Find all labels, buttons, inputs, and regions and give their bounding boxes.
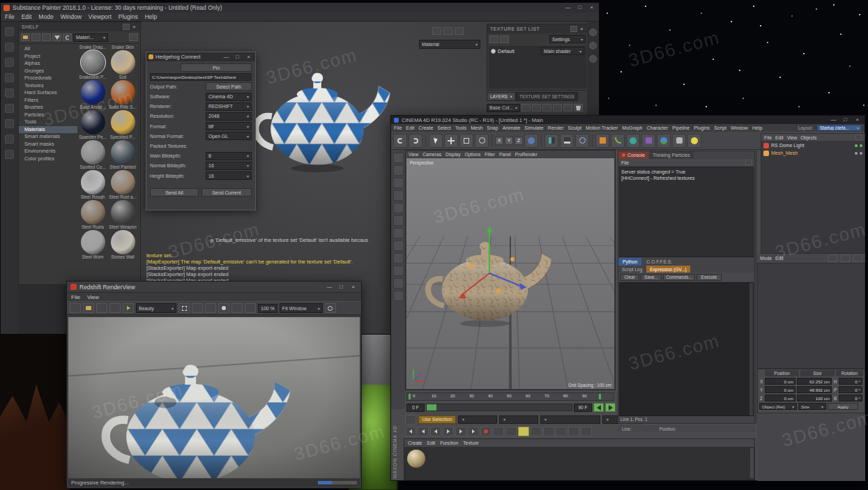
end-frame-field[interactable]: 90 F bbox=[574, 404, 592, 412]
menu-panel[interactable]: Panel bbox=[499, 152, 511, 157]
move-tool-icon[interactable] bbox=[444, 134, 458, 148]
menu-edit[interactable]: Edit bbox=[22, 13, 32, 20]
menu-options[interactable]: Options bbox=[465, 152, 481, 157]
material-item[interactable]: Spotted Co... bbox=[79, 140, 107, 169]
menu-objects[interactable]: Objects bbox=[800, 135, 816, 140]
previous-frame-icon[interactable] bbox=[430, 427, 441, 436]
material-item[interactable]: Steel Weapon bbox=[109, 200, 137, 229]
viewport-solo-icon[interactable] bbox=[393, 253, 404, 263]
coordinate-system-icon[interactable] bbox=[524, 134, 538, 148]
keyframe-selection-icon[interactable] bbox=[505, 427, 517, 436]
eraser-tool-icon[interactable] bbox=[5, 43, 14, 52]
minimize-icon[interactable]: — bbox=[829, 116, 838, 123]
attribute-manager-panel[interactable] bbox=[757, 263, 865, 369]
enable-snap-icon[interactable] bbox=[393, 266, 404, 276]
export-path-field[interactable]: C:\Users\argos\Desktop\test\SP Test\dd\t… bbox=[150, 73, 252, 81]
material-item[interactable]: Speckled P... bbox=[109, 110, 137, 139]
camera-icon[interactable] bbox=[672, 134, 686, 148]
menu-mesh[interactable]: Mesh bbox=[471, 125, 482, 130]
current-frame-handle[interactable] bbox=[427, 404, 436, 411]
shelf-preset-dropdown[interactable]: Materi... bbox=[73, 33, 108, 42]
menu-edit[interactable]: Edit bbox=[406, 125, 414, 130]
go-to-end-icon[interactable] bbox=[468, 427, 479, 436]
viewport-material-mode-dropdown[interactable]: Material bbox=[419, 40, 480, 49]
clone-tool-icon[interactable] bbox=[5, 104, 14, 113]
close-icon[interactable]: × bbox=[853, 116, 862, 123]
record-key-icon[interactable] bbox=[480, 427, 492, 436]
start-ipr-icon[interactable] bbox=[123, 303, 134, 313]
play-forward-button[interactable] bbox=[605, 403, 616, 412]
material-item[interactable]: Snake Skin bbox=[109, 45, 137, 49]
enable-axis-icon[interactable] bbox=[393, 240, 404, 251]
isolate-channel-icon[interactable] bbox=[245, 303, 256, 313]
record-position-icon[interactable] bbox=[531, 427, 542, 436]
render-settings-icon[interactable] bbox=[575, 134, 589, 148]
material-item[interactable]: Solid Anodi... bbox=[79, 80, 107, 109]
shelf-header[interactable]: SHELF × bbox=[19, 22, 140, 31]
use-selection-button[interactable]: Use Selection bbox=[418, 415, 456, 424]
cinema4d-titlebar[interactable]: CINEMA 4D R19.024 Studio (RC - R19) - [U… bbox=[391, 116, 865, 124]
material-item[interactable]: Spandex Pe... bbox=[79, 110, 107, 139]
record-pla-icon[interactable] bbox=[581, 427, 592, 436]
layout-dropdown[interactable]: Startup (defa... bbox=[817, 125, 862, 131]
editor-scrollbar[interactable] bbox=[749, 283, 753, 415]
menu-filter[interactable]: Filter bbox=[485, 152, 495, 157]
render-picture-viewer-icon[interactable] bbox=[560, 134, 574, 148]
close-panel-icon[interactable]: × bbox=[579, 26, 585, 33]
minimize-icon[interactable]: — bbox=[563, 4, 572, 11]
menu-plugins[interactable]: Plugins bbox=[694, 125, 710, 130]
menu-animate[interactable]: Animate bbox=[503, 125, 521, 130]
shelf-category[interactable]: Brushes bbox=[19, 104, 77, 112]
resources-tool-icon[interactable] bbox=[5, 150, 14, 159]
tab-python[interactable]: Python bbox=[618, 258, 641, 266]
resolution-dropdown[interactable]: 2048 bbox=[206, 112, 252, 121]
height-bitdepth-dropdown[interactable]: 16 bbox=[206, 171, 252, 180]
viewport-shading-icon[interactable] bbox=[432, 27, 441, 35]
z-axis-lock-icon[interactable]: Z bbox=[515, 137, 523, 145]
record-rotation-icon[interactable] bbox=[556, 427, 567, 436]
menu-prorender[interactable]: ProRender bbox=[515, 152, 538, 157]
record-scale-icon[interactable] bbox=[543, 427, 554, 436]
material-list-area[interactable] bbox=[404, 447, 754, 480]
smudge-tool-icon[interactable] bbox=[5, 89, 14, 98]
texture-set-list-header[interactable]: TEXTURE SET LIST × bbox=[487, 24, 588, 33]
menu-sculpt[interactable]: Sculpt bbox=[568, 125, 581, 130]
timeline-option-dropdown[interactable] bbox=[499, 415, 538, 424]
menu-snap[interactable]: Snap bbox=[487, 125, 498, 130]
maximize-icon[interactable]: □ bbox=[233, 54, 242, 61]
execute-button[interactable]: Execute bbox=[696, 274, 722, 281]
history-back-icon[interactable] bbox=[828, 254, 837, 262]
add-folder-icon[interactable] bbox=[31, 33, 40, 41]
shader-dropdown[interactable]: Main shader bbox=[541, 47, 584, 55]
close-icon[interactable]: × bbox=[587, 4, 596, 11]
position-z-field[interactable]: 0 cm bbox=[765, 395, 795, 401]
polygon-fill-tool-icon[interactable] bbox=[5, 73, 14, 82]
save-image-icon[interactable] bbox=[70, 303, 81, 313]
checker-background-icon[interactable] bbox=[205, 303, 216, 313]
menu-function[interactable]: Function bbox=[440, 441, 458, 445]
menu-create[interactable]: Create bbox=[408, 441, 422, 445]
workplane-mode-icon[interactable] bbox=[393, 190, 404, 201]
lock-icon[interactable] bbox=[853, 254, 862, 262]
menu-edit[interactable]: Edit bbox=[775, 135, 784, 140]
material-item[interactable]: Steel Rough bbox=[79, 170, 107, 199]
timeline-option-dropdown[interactable] bbox=[540, 415, 600, 424]
material-thumbnail[interactable] bbox=[407, 450, 425, 468]
shelf-category[interactable]: Tools bbox=[19, 118, 77, 126]
previous-key-icon[interactable] bbox=[418, 427, 429, 436]
normal-format-dropdown[interactable]: Open GL bbox=[206, 132, 252, 140]
shelf-category[interactable]: Smart masks bbox=[19, 141, 77, 148]
live-selection-icon[interactable] bbox=[429, 134, 443, 148]
menu-select[interactable]: Select bbox=[437, 125, 450, 130]
add-fill-layer-icon[interactable] bbox=[532, 104, 541, 112]
menu-view[interactable]: View bbox=[87, 294, 99, 300]
aov-dropdown[interactable]: Beauty bbox=[136, 303, 176, 313]
material-item[interactable]: Snakeskin P... bbox=[79, 50, 107, 79]
crop-icon[interactable] bbox=[192, 303, 203, 313]
next-frame-icon[interactable] bbox=[455, 427, 466, 436]
object-axis-gizmo[interactable] bbox=[450, 224, 530, 305]
send-current-button[interactable]: Send Current bbox=[201, 188, 252, 197]
menu-display[interactable]: Display bbox=[446, 152, 461, 157]
texture-set-item[interactable]: Default Main shader bbox=[489, 46, 586, 56]
view-transform-icon[interactable] bbox=[231, 303, 243, 313]
